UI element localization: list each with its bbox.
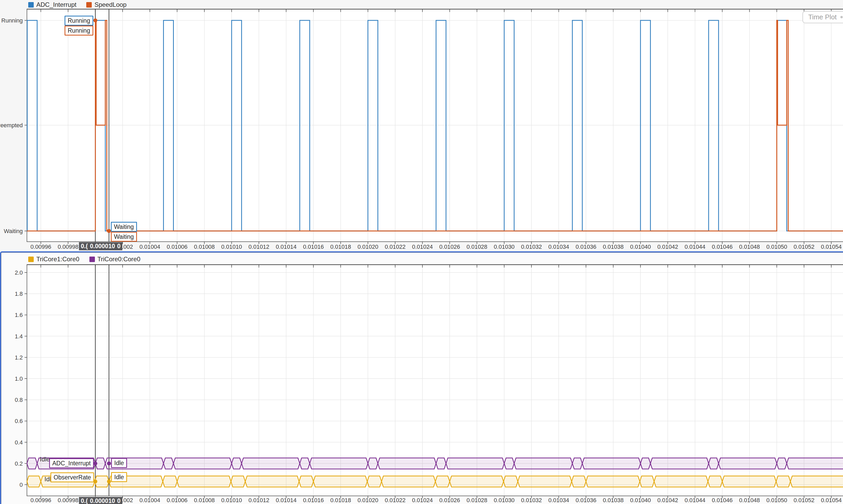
y-tick-label: 0.4 — [15, 439, 23, 446]
cursor1-time-clipped: 0.( — [81, 243, 88, 250]
x-tick-label: 0.01006 — [167, 497, 188, 503]
x-tick-label: 0.01022 — [385, 497, 406, 503]
sdi-trace-view: { "cursor_readout": { "left_value_clippe… — [0, 0, 843, 504]
x-tick-label: 0.01012 — [249, 244, 269, 250]
cursor1-value-speedloop: Running — [65, 25, 93, 36]
x-tick-label: 0.00998 — [58, 244, 79, 250]
y-tick-label: 0.2 — [15, 461, 23, 467]
x-tick-label: 0.01022 — [385, 244, 406, 250]
cursor1-value-tricore1: ObserverRate — [50, 472, 94, 482]
plot-type-label: Time Plot — [808, 13, 837, 21]
x-tick-label: 0.01034 — [548, 497, 569, 503]
x-tick-label: 0.01046 — [712, 244, 733, 250]
x-tick-label: 0.01032 — [521, 244, 542, 250]
task-state-plot-canvas[interactable]: 0.009960.009980.010000.010020.010040.010… — [0, 0, 843, 250]
x-tick-label: 0.01012 — [249, 497, 269, 503]
x-tick-label: 0.01052 — [794, 244, 814, 250]
x-tick-label: 0.01054 — [821, 497, 842, 503]
x-tick-label: 0.01018 — [330, 497, 351, 503]
cursor-delta-readout[interactable]: 0.( 0.000010 0 — [79, 242, 122, 250]
x-tick-label: 0.01050 — [767, 244, 787, 250]
x-tick-label: 0.01026 — [439, 497, 460, 503]
cursor2-value-speedloop: Waiting — [111, 232, 137, 242]
x-tick-label: 0.00998 — [58, 497, 79, 503]
cursor2-marker-speedloop — [107, 229, 111, 233]
x-tick-label: 0.01052 — [794, 497, 814, 503]
legend-label: ADC_Interrupt — [36, 1, 76, 8]
y-category-label: Waiting — [4, 228, 23, 234]
cursor-delta-value: 0.000010 — [90, 498, 115, 504]
x-tick-label: 0.01028 — [467, 497, 488, 503]
x-tick-label: 0.01036 — [576, 244, 597, 250]
x-tick-label: 0.00996 — [30, 497, 51, 503]
y-tick-label: 0.6 — [15, 418, 23, 424]
cursor1-marker-speedloop — [93, 19, 97, 22]
cursor1-time-clipped: 0.( — [81, 498, 88, 504]
x-tick-label: 0.01024 — [412, 497, 433, 503]
x-tick-label: 0.01030 — [494, 244, 515, 250]
legend-label: SpeedLoop — [94, 1, 126, 8]
tricore1-swatch-icon — [28, 256, 34, 262]
legend-item-adc-interrupt[interactable]: ADC_Interrupt — [28, 1, 76, 8]
y-tick-label: 1.6 — [15, 312, 23, 318]
y-tick-label: 1.4 — [15, 333, 23, 340]
y-tick-label: 1.8 — [15, 290, 23, 297]
x-tick-label: 0.01014 — [276, 497, 297, 503]
x-tick-label: 0.01032 — [521, 497, 542, 503]
y-tick-label: 0 — [20, 482, 23, 488]
cursor1-value-adc: Running — [65, 16, 93, 25]
y-tick-label: 0.8 — [15, 397, 23, 403]
y-tick-label: 2.0 — [15, 269, 23, 276]
top-subplot-panel: 0.009960.009980.010000.010020.010040.010… — [0, 0, 843, 250]
x-tick-label: 0.01028 — [467, 244, 488, 250]
cursor-delta-value: 0.000010 — [90, 243, 115, 250]
x-tick-label: 0.01040 — [630, 497, 651, 503]
cursor2-value-tricore1: Idle — [111, 472, 127, 482]
tricore0-swatch-icon — [89, 256, 95, 262]
x-tick-label: 0.01008 — [194, 244, 215, 250]
x-tick-label: 0.01010 — [221, 497, 242, 503]
legend-item-speedloop[interactable]: SpeedLoop — [86, 1, 126, 8]
x-tick-label: 0.01048 — [739, 497, 760, 503]
legend-label: TriCore0:Core0 — [98, 255, 141, 263]
time-plot-menu-button[interactable]: Time Plot — [803, 11, 843, 23]
cursor2-marker-TriCore1:Core0 — [107, 480, 111, 483]
cursor2-marker-TriCore0:Core0 — [107, 462, 111, 465]
legend-label: TriCore1:Core0 — [36, 255, 80, 263]
ellipsis-menu-icon — [840, 16, 843, 18]
cursor2-time-clipped: 0 — [117, 243, 121, 250]
x-tick-label: 0.01004 — [140, 244, 160, 250]
legend-item-tricore1-core0[interactable]: TriCore1:Core0 — [28, 255, 80, 263]
x-tick-label: 0.01038 — [603, 244, 624, 250]
x-tick-label: 0.01026 — [439, 244, 460, 250]
adc-interrupt-swatch-icon — [28, 2, 34, 7]
cursor1-value-tricore0: ADC_Interrupt — [49, 458, 94, 468]
x-tick-label: 0.01042 — [657, 244, 678, 250]
x-tick-label: 0.01044 — [685, 497, 705, 503]
x-tick-label: 0.01040 — [630, 244, 651, 250]
x-tick-label: 0.01016 — [303, 497, 324, 503]
cursor2-time-clipped: 0 — [117, 498, 121, 504]
top-legend: ADC_Interrupt SpeedLoop — [28, 1, 126, 8]
y-category-label: Running — [1, 17, 23, 24]
legend-item-tricore0-core0[interactable]: TriCore0:Core0 — [89, 255, 141, 263]
y-tick-label: 1.0 — [15, 375, 23, 382]
x-tick-label: 0.01048 — [739, 244, 760, 250]
x-tick-label: 0.01030 — [494, 497, 515, 503]
tricore0-state-label-idle: Idle — [40, 456, 50, 463]
x-tick-label: 0.01038 — [603, 497, 624, 503]
cursor-delta-readout[interactable]: 0.( 0.000010 0 — [79, 497, 122, 504]
bottom-subplot-panel: 0.009960.009980.010000.010020.010040.010… — [0, 251, 843, 504]
x-tick-label: 0.01024 — [412, 244, 433, 250]
x-tick-label: 0.01034 — [548, 244, 569, 250]
cursor1-marker-TriCore0:Core0 — [93, 462, 97, 465]
x-tick-label: 0.01036 — [576, 497, 597, 503]
x-tick-label: 0.01044 — [685, 244, 705, 250]
x-tick-label: 0.01054 — [821, 244, 842, 250]
plot-area-background — [27, 9, 843, 242]
y-tick-label: 1.2 — [15, 354, 23, 361]
x-tick-label: 0.01020 — [357, 497, 379, 503]
x-tick-label: 0.01020 — [357, 244, 379, 250]
bottom-legend: TriCore1:Core0 TriCore0:Core0 — [28, 255, 140, 263]
x-tick-label: 0.01018 — [330, 244, 351, 250]
